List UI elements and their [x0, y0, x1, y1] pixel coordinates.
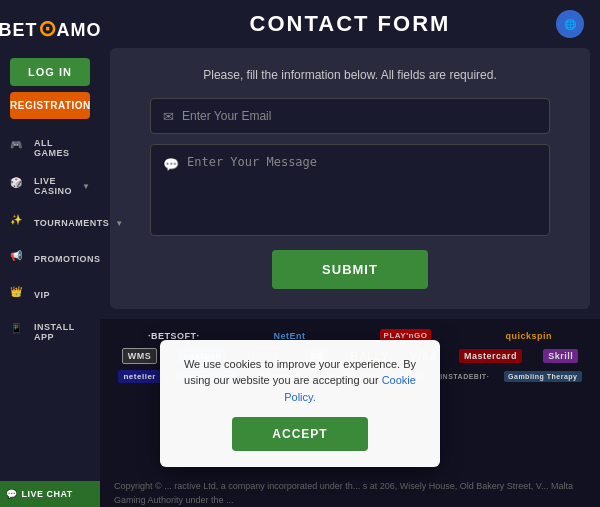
logo: BET⊙AMO	[0, 10, 102, 48]
sidebar-item-promotions[interactable]: 📢 PROMOTIONS	[0, 241, 100, 277]
sidebar-label-install-app: INSTALL APP	[34, 322, 90, 342]
gambling-therapy-logo: Gambling Therapy	[504, 371, 581, 382]
language-selector[interactable]: 🌐	[556, 10, 584, 38]
page-header: CONTACT FORM 🌐	[100, 0, 600, 48]
live-chat-label: LIVE CHAT	[22, 489, 73, 499]
chat-icon: 💬	[6, 489, 18, 499]
accept-cookies-button[interactable]: ACCEPT	[232, 417, 367, 451]
sidebar-item-vip[interactable]: 👑 VIP	[0, 277, 100, 313]
neteller-logo: neteller	[118, 370, 160, 383]
copyright-section: Copyright © ... ractive Ltd, a company i…	[100, 480, 600, 507]
copyright-text: Copyright © ... ractive Ltd, a company i…	[114, 480, 586, 507]
email-field[interactable]	[182, 99, 537, 133]
mastercard-logo: Mastercard	[459, 349, 522, 363]
register-button[interactable]: REGISTRATION	[10, 92, 90, 119]
instadebit-logo: ·INSTADEBIT·	[438, 373, 489, 380]
quickspin-logo: quickspin	[505, 331, 552, 341]
sidebar-item-all-games[interactable]: 🎮 ALL GAMES	[0, 129, 100, 167]
email-input-row: ✉	[150, 98, 550, 134]
message-field[interactable]	[187, 155, 537, 225]
sidebar-item-install-app[interactable]: 📱 INSTALL APP	[0, 313, 100, 351]
chevron-down-icon-2: ▼	[115, 219, 123, 228]
form-description: Please, fill the information below. All …	[150, 68, 550, 82]
sidebar-label-all-games: ALL GAMES	[34, 138, 90, 158]
message-icon: 💬	[163, 157, 179, 172]
install-app-icon: 📱	[10, 323, 28, 341]
cookie-text: We use cookies to improve your experienc…	[180, 356, 420, 406]
tournaments-icon: ✨	[10, 214, 28, 232]
message-input-row: 💬	[150, 144, 550, 236]
sidebar-label-vip: VIP	[34, 290, 90, 300]
email-icon: ✉	[163, 109, 174, 124]
wms-logo: WMS	[122, 348, 158, 364]
login-button[interactable]: LOG IN	[10, 58, 90, 86]
sidebar-item-live-casino[interactable]: 🎲 LIVE CASINO ▼	[0, 167, 100, 205]
cookie-banner: We use cookies to improve your experienc…	[160, 340, 440, 468]
submit-button[interactable]: SUBMIT	[272, 250, 428, 289]
sidebar-item-tournaments[interactable]: ✨ TOURNAMENTS ▼	[0, 205, 100, 241]
live-casino-icon: 🎲	[10, 177, 28, 195]
contact-form: Please, fill the information below. All …	[110, 48, 590, 309]
live-chat-button[interactable]: 💬 LIVE CHAT	[0, 481, 100, 507]
sidebar-label-live-casino: LIVE CASINO	[34, 176, 76, 196]
sidebar-label-tournaments: TOURNAMENTS	[34, 218, 109, 228]
games-icon: 🎮	[10, 139, 28, 157]
skrill-logo: Skrill	[543, 349, 578, 363]
sidebar: BET⊙AMO LOG IN REGISTRATION 🎮 ALL GAMES …	[0, 0, 100, 507]
vip-icon: 👑	[10, 286, 28, 304]
sidebar-label-promotions: PROMOTIONS	[34, 254, 101, 264]
promotions-icon: 📢	[10, 250, 28, 268]
chevron-down-icon: ▼	[82, 182, 90, 191]
page-title: CONTACT FORM	[144, 11, 556, 37]
